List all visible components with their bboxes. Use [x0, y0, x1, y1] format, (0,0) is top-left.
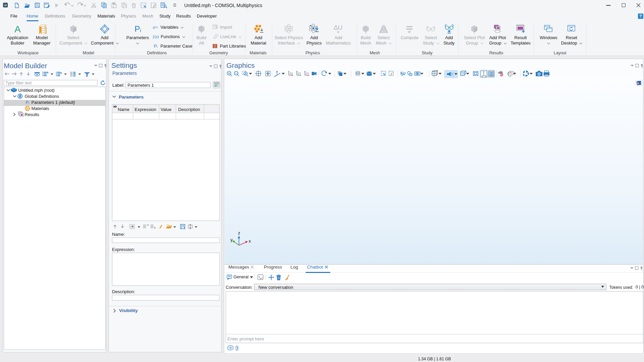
- svg-text:=: =: [156, 25, 158, 29]
- svg-text:y: y: [230, 237, 233, 242]
- svg-text:yz: yz: [298, 71, 301, 75]
- svg-text:xz: xz: [306, 71, 309, 75]
- svg-text:Pi: Pi: [154, 44, 158, 48]
- svg-text:A: A: [15, 24, 21, 34]
- svg-text:(x): (x): [155, 35, 159, 39]
- svg-text:x: x: [249, 239, 251, 244]
- svg-text:z: z: [238, 230, 241, 235]
- svg-text:Pi: Pi: [134, 24, 141, 33]
- svg-text:a: a: [153, 25, 155, 29]
- svg-text:Pi: Pi: [26, 100, 29, 105]
- svg-text:ΔU: ΔU: [334, 24, 342, 31]
- svg-text:xy: xy: [290, 71, 293, 75]
